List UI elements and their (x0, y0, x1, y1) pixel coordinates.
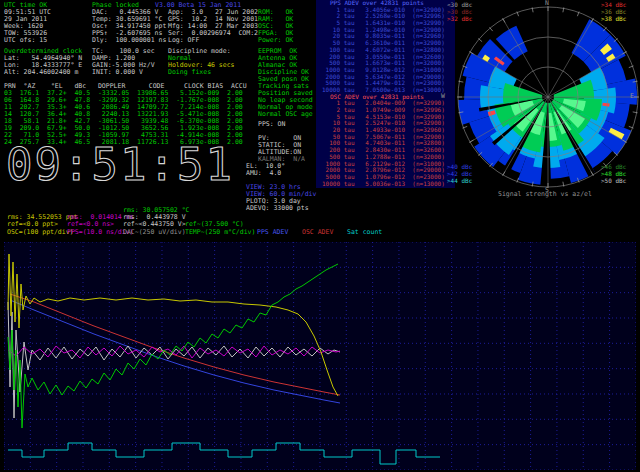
osc-column: DAC: 0.445366 VTemp: 30.659691 °COsc↑ 34… (92, 9, 166, 44)
dbc-legend-bottom-left: >40 dBc>42 dBc>44 dBc (447, 163, 472, 184)
osc-line: Dly: 100.000001 ns (92, 37, 166, 44)
discipline-mode-line: Doing fixes (168, 69, 235, 76)
dac-ref: ref~<0.443750 V> (123, 221, 186, 228)
dbc-legend-item: >40 dBc (447, 163, 472, 170)
compass-north: N (545, 0, 549, 7)
adev-panel: PPS ADEV over 42831 points 1 tau 3.4056e… (316, 0, 458, 188)
fix-mode-column: PV: ONSTATIC: ONALTITUDE:ON (258, 135, 301, 156)
osc-adev-row: 10000 tau 5.0036e-013 (n=13000) (322, 181, 458, 188)
dbc-legend-item: >50 dBc (601, 177, 626, 184)
dbc-legend-item: >32 dBc (447, 15, 472, 22)
big-clock-digits: 09:51:51 (6, 139, 234, 190)
temp-ref: ref~(37.500 °C) (185, 221, 244, 228)
health-line: Power: OK (258, 37, 293, 44)
adev-queue: ADEVQ: 33000 pts (246, 205, 309, 212)
pps-adev-plot-label: PPS ADEV (257, 229, 288, 236)
osc-adev-table: 1 tau 2.0404e-009 (n=32990) 2 tau 1.0749… (316, 100, 458, 187)
lady-heather-screen: UTC time OK Phase locked V3.00 Beta 15 J… (0, 0, 640, 472)
dbc-legend-bottom-right: >46 dBc>48 dBc>50 dBc (601, 163, 626, 184)
version-line: Log: OFF (168, 37, 258, 44)
discipline-mode-column: NormalHoldover: 46 secsDoing fixes (168, 55, 235, 76)
pps-ref: ref=<0.0 ns> (67, 221, 114, 228)
dbc-legend-item: >34 dBc (601, 1, 626, 8)
dbc-legend-top-left: <30 dBc>30 dBc>32 dBc (447, 1, 472, 22)
dbc-legend-top-right: >34 dBc>36 dBc>38 dBc (601, 1, 626, 22)
osc-adev-plot-label: OSC ADEV (302, 229, 333, 236)
time-column: 09:51:51 UTC29 Jan 2011Week: 1620TOW: 55… (4, 9, 51, 44)
status-column: EEPROM OKAntenna OKAlmanac OKDiscipline … (258, 48, 313, 118)
sat-count-plot-label: Sat count (347, 229, 382, 236)
compass-east: E (630, 93, 634, 100)
osc-ref: ref=<0.0 ppt> (7, 221, 58, 228)
dac-scale: DAC~(250 uV/div) (123, 229, 186, 236)
dbc-legend-item: >42 dBc (447, 170, 472, 177)
strip-chart (4, 242, 636, 470)
osc-scale: OSC=(100 ppt/div) (7, 229, 74, 236)
dbc-legend-item: >46 dBc (601, 163, 626, 170)
pps-status: PPS: ON (258, 121, 285, 128)
position-column: Lat: 54.4964940° NLon: 18.4333777° EAlt:… (4, 55, 82, 76)
temp-scale: TEMP~(250 m°C/div) (185, 229, 255, 236)
time-line: UTC ofs: 15 (4, 37, 51, 44)
pps-adev-table: 1 tau 3.4056e-010 (n=32900) 2 tau 2.5268… (316, 7, 458, 94)
dbc-legend-item: >48 dBc (601, 170, 626, 177)
dbc-legend-item: >38 dBc (601, 15, 626, 22)
version-column: App: 3.0 27 Jun 2002GPS: 10.2 14 Nov 200… (168, 9, 258, 44)
dbc-legend-item: >36 dBc (601, 8, 626, 15)
dbc-legend-item: <30 dBc (447, 1, 472, 8)
loop-column: TC: 100.0 secDAMP: 1.200GAIN:-5.000 Hz/V… (92, 48, 155, 76)
big-clock: 09:51:51 (4, 136, 254, 190)
compass-west: W (441, 93, 445, 100)
status-line: Normal OSC age (258, 111, 313, 118)
position-line: Alt: 204.46002400 m (4, 69, 82, 76)
dbc-legend-item: >44 dBc (447, 177, 472, 184)
loop-line: INIT: 0.000 V (92, 69, 155, 76)
signal-map-caption: Signal strength vs az/el (498, 191, 592, 198)
health-column: ROM: OKRAM: OKOSC: OKFPGA: OKPower: OK (258, 9, 293, 44)
dbc-legend-item: >30 dBc (447, 8, 472, 15)
